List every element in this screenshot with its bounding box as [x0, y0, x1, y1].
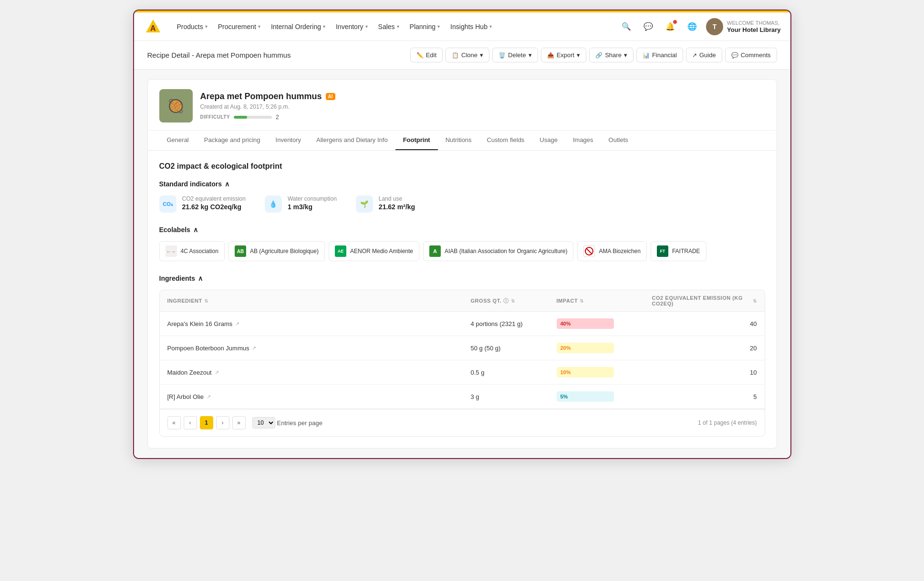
pagination: « ‹ 1 › » 10 25 50 Entrie [160, 409, 765, 436]
main-content: 🥘 Arepa met Pompoen hummus AI Createrd a… [134, 70, 790, 458]
recipe-card: 🥘 Arepa met Pompoen hummus AI Createrd a… [147, 79, 777, 448]
impact-sort-icon[interactable]: ⇅ [580, 298, 584, 304]
search-button[interactable]: 🔍 [618, 19, 634, 35]
inventory-chevron-icon: ▾ [365, 24, 368, 29]
impact-3: 10% [557, 367, 652, 377]
guide-button[interactable]: ↗ Guide [686, 48, 722, 62]
recipe-image: 🥘 [159, 89, 193, 122]
delete-button[interactable]: 🗑️ Delete ▾ [492, 48, 538, 62]
next-page-button[interactable]: › [216, 416, 229, 429]
standard-indicators-header[interactable]: Standard indicators ∧ [159, 180, 765, 188]
app-frame: A Products ▾ Procurement ▾ Internal Orde… [133, 10, 791, 459]
ecolabel-ab: AB AB (Agriculture Biologique) [228, 241, 325, 261]
impact-fill-1: 40% [557, 318, 614, 329]
ext-link-4[interactable]: ↗ [207, 394, 211, 400]
impact-bar-3: 10% [557, 367, 614, 377]
nav-item-inventory[interactable]: Inventory ▾ [331, 20, 373, 33]
nav-item-products[interactable]: Products ▾ [172, 20, 212, 33]
notifications-button[interactable]: 🔔 [662, 19, 678, 35]
ingredients-header[interactable]: Ingredients ∧ [159, 275, 765, 282]
water-icon: 💧 [265, 195, 282, 213]
recipe-name-text: Arepa met Pompoen hummus [200, 92, 322, 102]
ecolabels-collapse-icon: ∧ [193, 226, 198, 234]
action-buttons: ✏️ Edit 📋 Clone ▾ 🗑️ Delete ▾ 📤 Export ▾… [410, 48, 777, 62]
section-title: CO2 impact & ecological footprint [159, 162, 765, 171]
edit-button[interactable]: ✏️ Edit [410, 48, 443, 62]
co2-value: 21.62 kg CO2eq/kg [182, 203, 246, 211]
clone-button[interactable]: 📋 Clone ▾ [446, 48, 489, 62]
ingredients-collapse-icon: ∧ [198, 275, 203, 282]
co2-val-3: 10 [652, 369, 757, 376]
indicator-co2: CO₂ CO2 equivalent emission 21.62 kg CO2… [159, 195, 246, 213]
first-page-button[interactable]: « [167, 416, 181, 429]
page-title: Recipe Detail - Arepa met Pompoen hummus [147, 51, 291, 59]
nav-items: Products ▾ Procurement ▾ Internal Orderi… [172, 20, 617, 33]
language-button[interactable]: 🌐 [684, 19, 700, 35]
ecolabel-ama-icon [583, 245, 595, 257]
export-chevron-icon: ▾ [577, 51, 580, 59]
ext-link-3[interactable]: ↗ [215, 369, 219, 376]
grossqt-info-icon[interactable]: ⓘ [503, 297, 509, 305]
impact-fill-4: 5% [557, 391, 614, 402]
tab-usage[interactable]: Usage [532, 131, 565, 150]
last-page-button[interactable]: » [232, 416, 246, 429]
comments-button[interactable]: 💬 Comments [725, 48, 777, 62]
chat-button[interactable]: 💬 [640, 19, 656, 35]
tab-footprint[interactable]: Footprint [395, 131, 438, 150]
svg-text:A: A [150, 24, 156, 32]
nav-item-procurement[interactable]: Procurement ▾ [213, 20, 265, 33]
tab-customfields[interactable]: Custom fields [479, 131, 532, 150]
per-page-select[interactable]: 10 25 50 [252, 417, 275, 428]
difficulty-fill [234, 116, 247, 119]
financial-button[interactable]: 📊 Financial [636, 48, 683, 62]
co2-icon: CO₂ [159, 195, 176, 213]
notification-badge [673, 20, 677, 24]
tab-images[interactable]: Images [565, 131, 601, 150]
nav-item-sales[interactable]: Sales ▾ [374, 20, 404, 33]
export-button[interactable]: 📤 Export ▾ [541, 48, 587, 62]
ingredient-name-2: Pompoen Boterboon Jummus ↗ [167, 345, 471, 352]
indicator-land: 🌱 Land use 21.62 m²/kg [356, 195, 415, 213]
share-button[interactable]: 🔗 Share ▾ [589, 48, 633, 62]
comments-icon: 💬 [731, 52, 738, 59]
nav-item-internal-ordering[interactable]: Internal Ordering ▾ [266, 20, 330, 33]
ecolabels-header[interactable]: Ecolabels ∧ [159, 226, 765, 234]
nav-item-insights-hub[interactable]: Insights Hub ▾ [446, 20, 497, 33]
co2eq-sort-icon[interactable]: ⇅ [753, 298, 757, 304]
ext-link-1[interactable]: ↗ [235, 321, 239, 327]
tab-nutritions[interactable]: Nutritions [438, 131, 479, 150]
tab-outlets[interactable]: Outlets [601, 131, 636, 150]
tab-allergens[interactable]: Allergens and Dietary Info [309, 131, 395, 150]
globe-icon: 🌐 [687, 22, 697, 31]
edit-icon: ✏️ [416, 52, 424, 59]
tab-inventory[interactable]: Inventory [268, 131, 309, 150]
table-row: Pompoen Boterboon Jummus ↗ 50 g (50 g) 2… [160, 336, 765, 360]
user-info: WELCOME THOMAS, Your Hotel Library [727, 20, 780, 33]
col-impact: IMPACT ⇅ [557, 295, 652, 306]
grossqt-sort-icon[interactable]: ⇅ [511, 298, 515, 304]
tabs: General Package and pricing Inventory Al… [148, 131, 777, 151]
tab-general[interactable]: General [159, 131, 197, 150]
land-label: Land use [379, 195, 415, 202]
table-row: Maidon Zeezout ↗ 0.5 g 10% 10 [160, 360, 765, 385]
impact-bar-1: 40% [557, 318, 614, 329]
ext-link-2[interactable]: ↗ [252, 345, 256, 351]
ingredient-sort-icon[interactable]: ⇅ [204, 298, 208, 304]
svg-line-3 [586, 248, 592, 254]
land-icon: 🌱 [356, 195, 373, 213]
difficulty-row: DIFFICULTY 2 [200, 114, 765, 121]
export-icon: 📤 [547, 52, 554, 59]
gross-qt-1: 4 portions (2321 g) [471, 320, 557, 327]
nav-item-planning[interactable]: Planning ▾ [405, 20, 445, 33]
logo[interactable]: A [144, 17, 163, 36]
tab-package[interactable]: Package and pricing [197, 131, 268, 150]
ecolabel-4c: ←→ 4C Association [159, 241, 225, 261]
prev-page-button[interactable]: ‹ [184, 416, 197, 429]
user-area[interactable]: T WELCOME THOMAS, Your Hotel Library [706, 18, 780, 35]
per-page-selector: 10 25 50 Entries per page [252, 417, 322, 428]
gross-qt-4: 3 g [471, 393, 557, 400]
impact-2: 20% [557, 343, 652, 353]
impact-fill-3: 10% [557, 367, 614, 377]
page-1-button[interactable]: 1 [200, 416, 213, 429]
recipe-info: Arepa met Pompoen hummus AI Createrd at … [200, 92, 765, 121]
